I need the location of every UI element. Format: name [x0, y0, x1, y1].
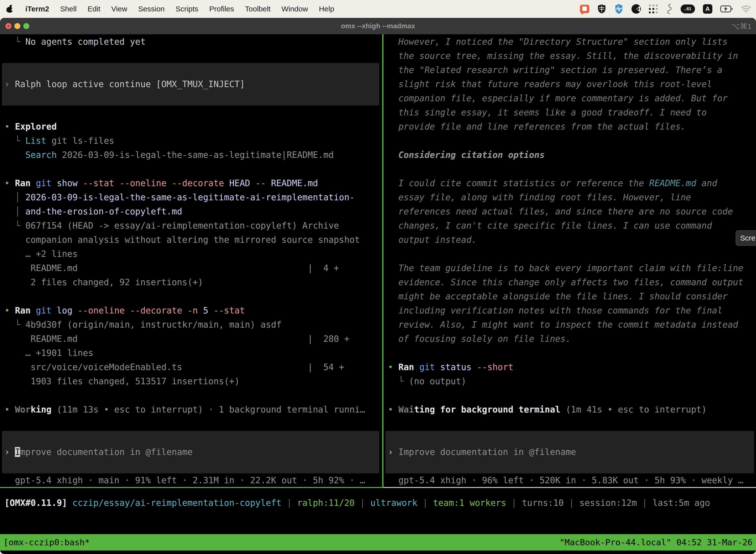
terminal-line: … +1901 lines	[4, 346, 382, 360]
terminal-line: the source tree, missing the essay. Stil…	[388, 49, 756, 63]
shield-icon[interactable]	[597, 4, 606, 14]
tmux-status-bar: [omx-cczip0:bash* "MacBook-Pro-44.local"…	[0, 534, 756, 551]
window-title: omx --xhigh --madmax	[0, 18, 756, 34]
badge-61-icon[interactable]: ..61	[681, 4, 695, 13]
terminal-line: slight risk that future readers may over…	[388, 77, 756, 91]
terminal-line: 2 files changed, 92 insertions(+)	[4, 275, 382, 289]
menu-item-profiles[interactable]: Profiles	[209, 5, 234, 13]
terminal-line: Considering citation options	[388, 148, 756, 162]
terminal-line: • Ran git status --short	[388, 360, 756, 374]
terminal-window: omx --xhigh --madmax ⌥⌘1 └ No agents com…	[0, 18, 756, 554]
battery-icon[interactable]	[720, 5, 733, 13]
menu-item-toolbelt[interactable]: Toolbelt	[245, 5, 271, 13]
terminal-line: └ 4b9d30f (origin/main, instructkr/main,…	[4, 318, 382, 332]
terminal-line: might be acceptable alongside the file l…	[388, 289, 756, 303]
terminal-line: Search 2026-03-09-is-legal-the-same-as-l…	[4, 148, 382, 162]
terminal-line: companion file, especially if more comme…	[388, 91, 756, 106]
terminal-line: › Ralph loop active continue [OMX_TMUX_I…	[4, 77, 382, 91]
menu-item-help[interactable]: Help	[319, 5, 334, 13]
k-circle-icon[interactable]	[631, 4, 641, 14]
wifi-icon[interactable]	[741, 5, 751, 13]
terminal-line: └ 067f154 (HEAD -> essay/ai-reimplementa…	[4, 219, 382, 233]
inactive-pane-border	[383, 487, 756, 488]
pane-divider[interactable]	[382, 34, 383, 488]
terminal-line: • Ran git log --oneline --decorate -n 5 …	[4, 303, 382, 318]
terminal-line: │ and-the-erosion-of-copyleft.md	[4, 205, 382, 219]
window-shortcut-badge: ⌥⌘1	[732, 18, 752, 34]
menu-item-shell[interactable]: Shell	[60, 5, 77, 13]
menu-item-window[interactable]: Window	[281, 5, 308, 13]
terminal-line: • Ran git show --stat --oneline --decora…	[4, 176, 382, 190]
terminal-line: review. Also, I might want to inspect th…	[388, 318, 756, 332]
terminal-line: README.md | 280 +	[4, 332, 382, 346]
terminal-line: provide file and line references from th…	[388, 120, 756, 134]
screen-tooltip: Scre	[736, 230, 756, 246]
window-titlebar[interactable]: omx --xhigh --madmax ⌥⌘1	[0, 18, 756, 34]
terminal-line: README.md | 4 +	[4, 261, 382, 275]
terminal-line: gpt-5.4 xhigh · 96% left · 520K in · 5.8…	[388, 473, 756, 487]
menu-item-edit[interactable]: Edit	[87, 5, 101, 13]
terminal-line: changes, I can't cite specific file line…	[388, 219, 756, 233]
terminal-line: • Explored	[4, 120, 382, 134]
terminal-line: • Waiting for background terminal (1m 41…	[388, 403, 756, 417]
terminal-line: gpt-5.4 xhigh · main · 91% left · 2.31M …	[4, 473, 382, 487]
active-pane-border	[0, 487, 383, 488]
terminal-line: companion analysis without altering the …	[4, 233, 382, 247]
terminal-line: the "Related research writing" section i…	[388, 63, 756, 77]
terminal-line: evidence. Since this change only affects…	[388, 275, 756, 289]
pulse-icon[interactable]	[614, 4, 624, 14]
terminal-line: 1903 files changed, 513517 insertions(+)	[4, 374, 382, 388]
dots-grid-icon[interactable]	[649, 4, 658, 14]
apple-menu-icon[interactable]	[6, 5, 13, 13]
terminal-line: of focusing solely on file lines.	[388, 332, 756, 346]
terminal-line: essay file, along with finding root file…	[388, 190, 756, 205]
terminal-line: However, I noticed the "Directory Struct…	[388, 35, 756, 49]
omx-status-line: [OMX#0.11.9] cczip/essay/ai-reimplementa…	[4, 495, 710, 510]
squiggle-icon[interactable]	[666, 4, 673, 14]
chat-bubble-icon[interactable]	[580, 5, 589, 13]
screen-tooltip-label: Scre	[740, 234, 756, 242]
tmux-host-clock-label: "MacBook-Pro-44.local" 04:52 31-Mar-26	[560, 537, 753, 547]
terminal-line: └ (no output)	[388, 374, 756, 388]
tmux-session-label: [omx-cczip0:bash*	[3, 537, 90, 547]
terminal-line: src/voice/voiceModeEnabled.ts | 54 +	[4, 360, 382, 374]
terminal-line: • Working (11m 13s • esc to interrupt) ·…	[4, 403, 382, 417]
terminal-line: └ List git ls-files	[4, 134, 382, 148]
terminal-line: │ 2026-03-09-is-legal-the-same-as-legiti…	[4, 190, 382, 205]
terminal-line: references need actual files, and since …	[388, 205, 756, 219]
terminal-line: this single essay, it seems like a good …	[388, 106, 756, 120]
menu-bar: iTerm2 Shell Edit View Session Scripts P…	[0, 0, 756, 18]
menu-item-view[interactable]: View	[111, 5, 127, 13]
terminal-line: The team guideline is to back every impo…	[388, 261, 756, 275]
menu-item-iterm2[interactable]: iTerm2	[25, 5, 49, 13]
terminal-line: › Improve documentation in @filename	[4, 445, 382, 459]
menu-item-scripts[interactable]: Scripts	[176, 5, 198, 13]
left-terminal-pane[interactable]: └ No agents completed yet› Ralph loop ac…	[0, 34, 382, 487]
terminal-line: └ No agents completed yet	[4, 35, 382, 49]
right-terminal-pane[interactable]: However, I noticed the "Directory Struct…	[383, 34, 756, 487]
terminal-line: … +2 lines	[4, 247, 382, 261]
terminal-line: › Improve documentation in @filename	[388, 445, 756, 459]
terminal-line: I could cite commit statistics or refere…	[388, 176, 756, 190]
menu-item-session[interactable]: Session	[138, 5, 165, 13]
a-square-icon[interactable]: A	[703, 4, 712, 14]
terminal-line: output instead.	[388, 233, 756, 247]
terminal-line: including verification notes with those …	[388, 303, 756, 318]
